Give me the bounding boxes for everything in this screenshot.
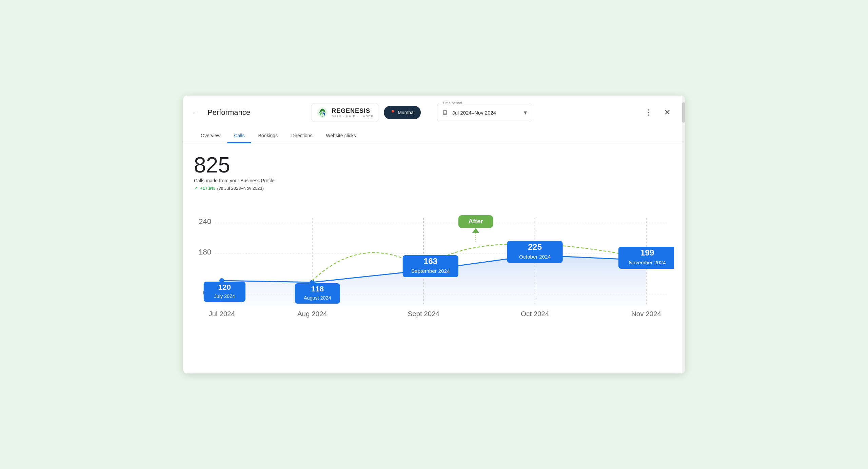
metric-change: ↗ +17.9% (vs Jul 2023–Nov 2023) (194, 185, 674, 191)
back-button[interactable]: ← (189, 106, 202, 119)
x-label-oct: Oct 2024 (521, 310, 549, 318)
time-period-value: Jul 2024–Nov 2024 (452, 110, 496, 116)
svg-point-0 (321, 116, 323, 117)
tab-website-clicks[interactable]: Website clicks (319, 129, 362, 143)
chevron-down-icon: ▾ (524, 109, 527, 116)
location-pin-icon: 📍 (390, 110, 396, 115)
close-icon: ✕ (664, 108, 670, 117)
time-period-selector: Time period 🗓 Jul 2024–Nov 2024 ▾ (437, 104, 532, 121)
svg-text:120: 120 (218, 283, 231, 291)
performance-window: ← Performance REGENESIS SKIN · HAIR · LA… (183, 96, 685, 373)
svg-text:August 2024: August 2024 (304, 295, 331, 301)
calendar-icon: 🗓 (442, 109, 448, 116)
x-label-jul: Jul 2024 (209, 310, 235, 318)
tab-directions[interactable]: Directions (284, 129, 319, 143)
svg-text:118: 118 (311, 285, 324, 293)
svg-text:September 2024: September 2024 (411, 268, 450, 274)
tab-calls[interactable]: Calls (227, 129, 251, 143)
time-period-dropdown[interactable]: 🗓 Jul 2024–Nov 2024 ▾ (437, 104, 532, 121)
x-label-nov: Nov 2024 (631, 310, 661, 318)
brand-logo: REGENESIS SKIN · HAIR · LASER (312, 103, 378, 122)
x-label-sep: Sept 2024 (408, 310, 439, 318)
change-value: +17.9% (200, 186, 215, 191)
more-icon: ⋮ (645, 108, 652, 117)
page-title: Performance (208, 108, 306, 117)
tabs-bar: Overview Calls Bookings Directions Websi… (183, 129, 685, 143)
chart-area: 240 180 60 (194, 198, 674, 326)
tab-overview[interactable]: Overview (194, 129, 227, 143)
scrollbar[interactable] (682, 96, 685, 373)
line-chart: 240 180 60 (194, 198, 674, 326)
svg-text:163: 163 (423, 257, 437, 266)
close-button[interactable]: ✕ (660, 106, 674, 119)
location-label: Mumbai (398, 110, 415, 115)
brand-sub: SKIN · HAIR · LASER (332, 115, 374, 118)
after-badge-pointer (472, 228, 479, 233)
y-label-240: 240 (199, 217, 212, 226)
metric-value: 825 (194, 154, 674, 176)
metric-description: Calls made from your Business Profile (194, 178, 674, 183)
trend-up-icon: ↗ (194, 185, 198, 191)
brand-text: REGENESIS SKIN · HAIR · LASER (332, 107, 374, 118)
brand-icon (316, 106, 329, 119)
svg-text:199: 199 (640, 248, 654, 257)
x-label-aug: Aug 2024 (297, 310, 327, 318)
change-comparison: (vs Jul 2023–Nov 2023) (217, 186, 263, 191)
svg-text:225: 225 (528, 242, 542, 251)
header: ← Performance REGENESIS SKIN · HAIR · LA… (183, 96, 685, 127)
svg-text:November 2024: November 2024 (629, 260, 666, 265)
more-options-button[interactable]: ⋮ (642, 106, 655, 119)
y-label-180: 180 (199, 248, 212, 256)
content-area: 825 Calls made from your Business Profil… (183, 143, 685, 326)
tab-bookings[interactable]: Bookings (251, 129, 284, 143)
svg-text:July 2024: July 2024 (214, 293, 235, 299)
location-button[interactable]: 📍 Mumbai (384, 106, 421, 119)
svg-text:October 2024: October 2024 (519, 254, 551, 260)
svg-text:After: After (469, 218, 483, 225)
back-icon: ← (192, 109, 199, 117)
scrollbar-thumb[interactable] (682, 102, 685, 123)
brand-name: REGENESIS (332, 107, 374, 115)
